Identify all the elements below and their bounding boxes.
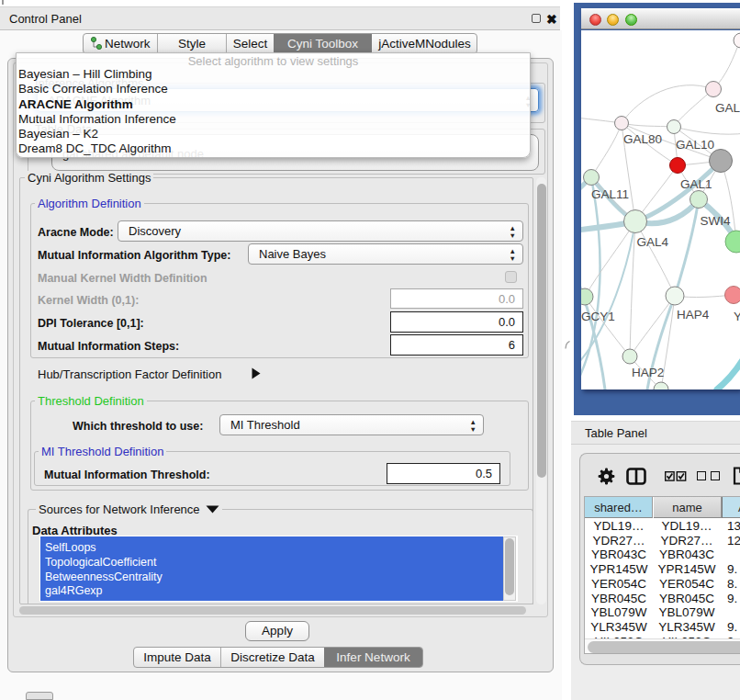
svg-text:GAL1: GAL1 [680, 177, 712, 191]
svg-text:GAL11: GAL11 [591, 187, 629, 201]
svg-text:Y: Y [734, 310, 740, 323]
svg-text:GAL80: GAL80 [623, 132, 662, 146]
svg-text:HAP4: HAP4 [677, 308, 710, 322]
svg-text:HAP2: HAP2 [632, 366, 664, 379]
svg-text:GAL10: GAL10 [676, 138, 714, 152]
svg-text:GAL: GAL [715, 101, 740, 115]
svg-text:GAL4: GAL4 [637, 235, 669, 249]
svg-text:SWI4: SWI4 [701, 214, 731, 228]
svg-text:GCY1: GCY1 [581, 310, 615, 323]
